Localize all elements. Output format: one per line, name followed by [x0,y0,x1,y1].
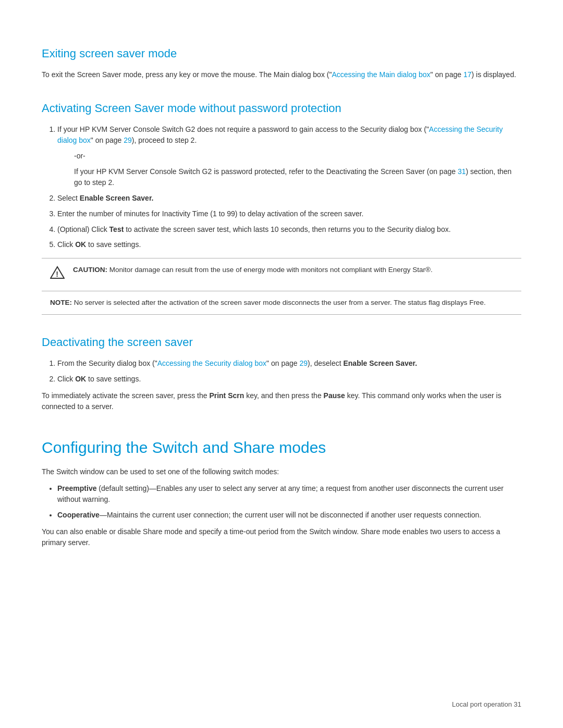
exiting-link-main-dialog[interactable]: Accessing the Main dialog box [332,70,430,79]
section-title-configuring: Configuring the Switch and Share modes [42,436,521,459]
activating-step5-bold: OK [75,240,86,249]
section-title-exiting: Exiting screen saver mode [42,45,521,62]
deactivating-body: To immediately activate the screen saver… [42,390,521,413]
activating-link-page29[interactable]: 29 [124,136,132,144]
caution-block: ! CAUTION: Monitor damage can result fro… [42,258,521,291]
exiting-text-before: To exit the Screen Saver mode, press any… [42,70,332,79]
activating-step1-text-page: " on page 29), proceed to step 2. [91,136,197,144]
page-footer: Local port operation 31 [452,699,521,710]
or-separator: -or- [74,151,521,162]
configuring-bullets: Preemptive (default setting)—Enables any… [57,483,521,521]
activating-link-page31[interactable]: 31 [458,167,466,176]
section-title-deactivating: Deactivating the screen saver [42,334,521,351]
bullet-preemptive-bold: Preemptive [57,484,96,492]
activating-step-5: Click OK to save settings. [57,239,521,251]
footer-text: Local port operation 31 [452,700,521,708]
configuring-footer-text: You can also enable or disable Share mod… [42,526,521,549]
deactivating-step-2: Click OK to save settings. [57,374,521,385]
configuring-bullet-preemptive: Preemptive (default setting)—Enables any… [57,483,521,505]
caution-body: Monitor damage can result from the use o… [109,266,433,274]
activating-step2-bold: Enable Screen Saver. [80,194,154,202]
caution-label: CAUTION: [73,266,107,274]
activating-step-4: (Optional) Click Test to activate the sc… [57,224,521,236]
deactivating-link-page29[interactable]: 29 [299,359,308,367]
bullet-preemptive-text: (default setting)—Enables any user to se… [57,484,504,504]
bullet-cooperative-text: —Maintains the current user connection; … [100,511,481,519]
exiting-body: To exit the Screen Saver mode, press any… [42,69,521,81]
deactivating-step-1: From the Security dialog box ("Accessing… [57,358,521,369]
svg-text:!: ! [56,270,58,278]
deactivating-steps-list: From the Security dialog box ("Accessing… [57,358,521,385]
bullet-cooperative-bold: Cooperative [57,511,100,519]
activating-steps-list: If your HP KVM Server Console Switch G2 … [57,124,521,251]
activating-step1-alt: If your HP KVM Server Console Switch G2 … [74,166,521,189]
deactivating-step1-bold: Enable Screen Saver. [343,359,417,367]
activating-step-3: Enter the number of minutes for Inactivi… [57,208,521,220]
exiting-text-page: " on page 17) is displayed. [431,70,517,79]
activating-step-2: Select Enable Screen Saver. [57,193,521,204]
note-label: NOTE: [50,299,72,306]
caution-icon: ! [50,265,65,285]
deactivating-bold-print-scrn: Print Scrn [209,391,244,400]
deactivating-link-security[interactable]: Accessing the Security dialog box [157,359,266,367]
caution-text: CAUTION: Monitor damage can result from … [73,265,433,275]
configuring-intro: The Switch window can be used to set one… [42,466,521,478]
activating-step1-text-before: If your HP KVM Server Console Switch G2 … [57,125,429,133]
deactivating-step2-bold: OK [75,375,86,383]
activating-step4-bold: Test [109,225,124,233]
deactivating-bold-pause: Pause [324,391,345,400]
note-text: NOTE: No server is selected after the ac… [50,298,513,308]
section-title-activating: Activating Screen Saver mode without pas… [42,100,521,117]
configuring-bullet-cooperative: Cooperative—Maintains the current user c… [57,510,521,521]
note-block: NOTE: No server is selected after the ac… [42,291,521,315]
note-body: No server is selected after the activati… [74,299,486,306]
activating-step-1: If your HP KVM Server Console Switch G2 … [57,124,521,189]
exiting-link-page17[interactable]: 17 [463,70,472,79]
